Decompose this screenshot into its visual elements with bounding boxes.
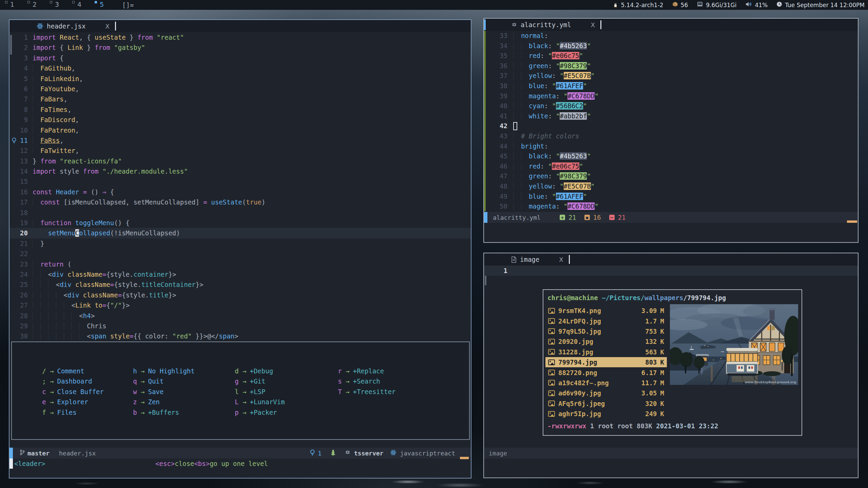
- line-number: 13: [18, 156, 33, 166]
- line-number: 41: [491, 111, 513, 121]
- sign-column: [9, 166, 18, 176]
- workspace-indicator: [72, 1, 75, 3]
- diff-changed-count: 16: [593, 214, 601, 221]
- file-row-9rsmTK4.png[interactable]: 9rsmTK4.png3.09M: [545, 306, 667, 316]
- close-icon[interactable]: X: [105, 23, 109, 30]
- code-line-4[interactable]: 4 FaGithub,: [9, 63, 471, 73]
- code-buffer-image[interactable]: 1: [484, 266, 858, 276]
- file-row-24LrDFQ.jpg[interactable]: 24LrDFQ.jpg1.7M: [545, 316, 667, 326]
- code-line-49[interactable]: 49 blue: "#61AFEF": [484, 192, 858, 202]
- file-row-ad6v90y.jpg[interactable]: ad6v90y.jpg3.05M: [545, 388, 667, 398]
- code-line-10[interactable]: 10 FaPatreon,: [9, 125, 471, 135]
- which-key-column-2: h→No Highlightq→Quitw→Savez→Zenb→+Buffer…: [133, 366, 195, 417]
- code-line-43[interactable]: 43 # Bright colors: [484, 131, 858, 141]
- code-line-23[interactable]: 23 return (: [9, 259, 471, 269]
- code-line-2[interactable]: 2import { Link } from "gatsby": [9, 42, 471, 53]
- scrollbar-indicator[interactable]: [484, 19, 486, 30]
- workspace-4[interactable]: 4: [70, 0, 92, 10]
- code-line-27[interactable]: 27 <Link to={"/"}>: [9, 300, 471, 310]
- file-row-a19c482f~.png[interactable]: a19c482f~.png11.7M: [545, 378, 667, 388]
- code-line-11[interactable]: 11 FaRss,: [9, 135, 471, 145]
- code-line-15[interactable]: 15: [9, 176, 471, 187]
- code-line-24[interactable]: 24 <div className={style.container}>: [9, 269, 471, 279]
- workspace-3[interactable]: 3: [47, 0, 70, 10]
- code-line-44[interactable]: 44 bright:: [484, 141, 858, 152]
- code-line-9[interactable]: 9 FaDiscord,: [9, 115, 471, 125]
- code-line-28[interactable]: 28 <h4>: [9, 311, 471, 321]
- code-line-30[interactable]: 30 <span style={{ color: "red" }}>@</spa…: [9, 331, 471, 341]
- file-row-97q9L5D.jpg[interactable]: 97q9L5D.jpg753K: [545, 326, 667, 336]
- code-line-29[interactable]: 29 Chris: [9, 321, 471, 331]
- code-line-20[interactable]: 20 setMenuCollapsed(!isMenuCollapsed): [9, 228, 471, 238]
- code-line-19[interactable]: 19 function toggleMenu() {: [9, 218, 471, 228]
- workspace-5[interactable]: 5: [92, 0, 115, 10]
- hint-text: close: [175, 460, 194, 467]
- code-line-39[interactable]: 39 magenta: "#C678DD": [484, 91, 858, 101]
- sign-column: [484, 41, 491, 51]
- code-line-48[interactable]: 48 yellow: "#E5C07B": [484, 181, 858, 192]
- code-line-3[interactable]: 3import {: [9, 53, 471, 63]
- diagnostics-count[interactable]: 1: [318, 450, 322, 457]
- code-line-50[interactable]: 50 magenta: "#C678DD": [484, 201, 858, 212]
- code-line-12[interactable]: 12 FaTwitter,: [9, 145, 471, 156]
- code-line-22[interactable]: 22: [9, 249, 471, 259]
- code-line-7[interactable]: 7 FaBars,: [9, 94, 471, 104]
- code-line-8[interactable]: 8 FaTimes,: [9, 104, 471, 115]
- code-line-1[interactable]: 1: [484, 266, 858, 276]
- code-line-38[interactable]: 38 blue: "#61AFEF": [484, 81, 858, 91]
- workspace-1[interactable]: 1: [3, 0, 25, 10]
- file-row-aghr5Ip.jpg[interactable]: aghr5Ip.jpg249K: [545, 409, 667, 419]
- code-line-14[interactable]: 14import style from "./header.module.les…: [9, 166, 471, 176]
- diff-added-count: 21: [568, 214, 576, 221]
- file-manager-path: chris@machine ~/Pictures/wallpapers/7997…: [547, 294, 726, 301]
- code-line-17[interactable]: 17 const [isMenuCollapsed, setMenuCollap…: [9, 197, 471, 207]
- code-line-47[interactable]: 47 green: "#98C379": [484, 171, 858, 181]
- tab-image[interactable]: image: [520, 256, 539, 263]
- memory-status: 9.6Gi/31Gi: [697, 2, 736, 8]
- git-branch-name[interactable]: master: [27, 450, 50, 457]
- close-icon[interactable]: X: [559, 256, 563, 263]
- code-line-18[interactable]: 18: [9, 208, 471, 218]
- code-buffer-alacritty-yml[interactable]: 33 normal:34 black: "#4b5263"35 red: "#e…: [484, 31, 858, 212]
- code-line-37[interactable]: 37 yellow: "#E5C07B": [484, 71, 858, 81]
- code-line-35[interactable]: 35 red: "#e06c75": [484, 51, 858, 61]
- code-line-1[interactable]: 1import React, { useState } from "react": [9, 32, 471, 42]
- code-line-42[interactable]: 42: [484, 121, 858, 131]
- lsp-server-name[interactable]: tsserver: [354, 450, 384, 457]
- mode-indicator: [484, 212, 487, 223]
- code-line-45[interactable]: 45 black: "#4b5263": [484, 151, 858, 161]
- path-prefix[interactable]: ~/Pictures/: [602, 294, 644, 301]
- which-key-column-4: r→+Replaces→+SearchT→+Treesitter: [337, 366, 396, 397]
- file-row-882720.png[interactable]: 882720.png6.17M: [545, 367, 667, 377]
- code-line-36[interactable]: 36 green: "#98C379": [484, 61, 858, 71]
- left-cmdline[interactable]: <leader> <esc> close <bs> go up one leve…: [9, 458, 471, 469]
- workspace-2[interactable]: 2: [25, 0, 47, 10]
- code-line-34[interactable]: 34 black: "#4b5263": [484, 41, 858, 51]
- clock-icon: [776, 1, 782, 8]
- code-line-41[interactable]: 41 white: "#abb2bf": [484, 111, 858, 121]
- code-line-46[interactable]: 46 red: "#e06c75": [484, 161, 858, 172]
- sign-column: [9, 176, 18, 187]
- file-row-31228.jpg[interactable]: 31228.jpg563K: [545, 347, 667, 357]
- path-dir[interactable]: wallpapers: [644, 294, 683, 301]
- code-line-5[interactable]: 5 FaLinkedin,: [9, 74, 471, 84]
- code-line-13[interactable]: 13} from "react-icons/fa": [9, 156, 471, 166]
- file-row-AFq5r6j.jpeg[interactable]: AFq5r6j.jpeg320K: [545, 398, 667, 409]
- tab-header-jsx[interactable]: header.jsx: [47, 22, 85, 30]
- code-line-25[interactable]: 25 <div className={style.titleContainer}…: [9, 279, 471, 290]
- tab-alacritty-yml[interactable]: alacritty.yml: [521, 21, 571, 28]
- file-row-799794.jpg[interactable]: 799794.jpg803K: [545, 357, 667, 367]
- binding-label: +Debug: [250, 366, 273, 376]
- code-line-40[interactable]: 40 cyan: "#56B6C2": [484, 101, 858, 111]
- code-line-16[interactable]: 16const Header = () ⇒ {: [9, 187, 471, 197]
- layout-symbol[interactable]: []=: [122, 1, 134, 9]
- code-line-21[interactable]: 21 }: [9, 238, 471, 249]
- code-line-6[interactable]: 6 FaYoutube,: [9, 84, 471, 94]
- file-size: 563K: [639, 348, 664, 356]
- code-line-26[interactable]: 26 <div className={style.title}>: [9, 290, 471, 300]
- close-icon[interactable]: X: [591, 21, 595, 28]
- code-line-33[interactable]: 33 normal:: [484, 31, 858, 41]
- key-label: /: [42, 366, 46, 376]
- file-row-20920.jpg[interactable]: 20920.jpg132K: [545, 336, 667, 347]
- code-buffer-header-jsx[interactable]: 1import React, { useState } from "react"…: [9, 32, 471, 341]
